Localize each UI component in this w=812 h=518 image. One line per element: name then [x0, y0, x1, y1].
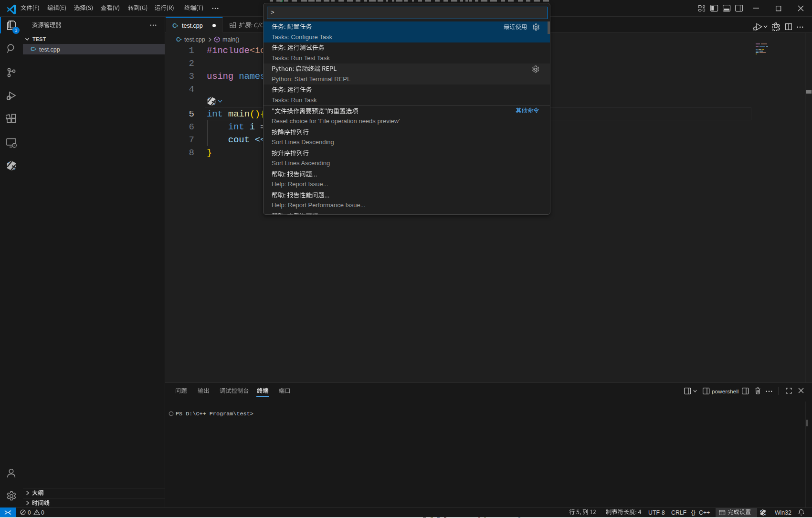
svg-text:C: C: [172, 22, 177, 29]
svg-text:C: C: [31, 46, 35, 53]
svg-text:C: C: [176, 36, 180, 42]
